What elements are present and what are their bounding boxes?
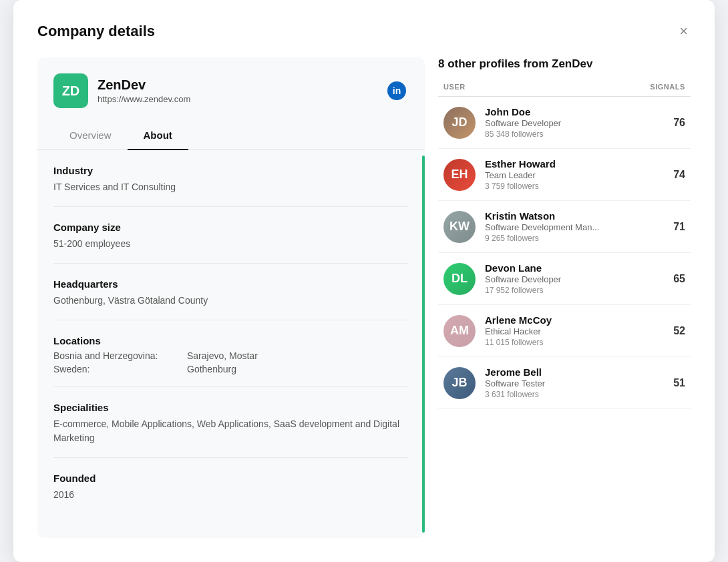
- profile-followers: 85 348 followers: [485, 129, 561, 139]
- location-val-1: Gothenburg: [187, 364, 236, 374]
- avatar: AM: [443, 315, 476, 347]
- profile-role: Ethical Hacker: [485, 326, 552, 336]
- about-content: Industry IT Services and IT Consulting C…: [37, 150, 425, 538]
- headquarters-value: Gothenburg, Västra Götaland County: [53, 294, 409, 308]
- founded-title: Founded: [53, 473, 409, 484]
- avatar: EH: [443, 159, 476, 191]
- profile-left: EH Esther Howard Team Leader 3 759 follo…: [443, 158, 556, 191]
- profile-row[interactable]: JB Jerome Bell Software Tester 3 631 fol…: [438, 357, 691, 409]
- modal-body: ZD ZenDev https://www.zendev.com in Over…: [37, 57, 691, 538]
- location-key-1: Sweden:: [53, 364, 187, 374]
- company-details-modal: Company details × ZD ZenDev https://www.…: [13, 0, 715, 562]
- profile-followers: 3 631 followers: [485, 390, 545, 399]
- profile-role: Team Leader: [485, 170, 556, 180]
- profile-info: John Doe Software Developer 85 348 follo…: [485, 106, 561, 139]
- profiles-list: JD John Doe Software Developer 85 348 fo…: [438, 97, 691, 409]
- profile-name: Kristin Watson: [485, 210, 599, 222]
- close-button[interactable]: ×: [677, 21, 691, 41]
- profile-row[interactable]: DL Devon Lane Software Developer 17 952 …: [438, 253, 691, 305]
- col-user-label: USER: [443, 83, 466, 91]
- locations-title: Locations: [53, 335, 409, 346]
- signal-value: 71: [667, 221, 685, 233]
- profile-role: Software Tester: [485, 378, 545, 388]
- avatar: JD: [443, 107, 476, 139]
- profile-left: AM Arlene McCoy Ethical Hacker 11 015 fo…: [443, 314, 552, 347]
- location-row-0: Bosnia and Herzegovina: Sarajevo, Mostar: [53, 350, 409, 361]
- company-size-value: 51-200 employees: [53, 237, 409, 251]
- founded-value: 2016: [53, 488, 409, 502]
- location-key-0: Bosnia and Herzegovina:: [53, 350, 187, 361]
- linkedin-badge[interactable]: in: [387, 81, 406, 100]
- profile-info: Arlene McCoy Ethical Hacker 11 015 follo…: [485, 314, 552, 347]
- profile-role: Software Development Man...: [485, 222, 599, 232]
- profile-name: Esther Howard: [485, 158, 556, 170]
- headquarters-title: Headquarters: [53, 278, 409, 290]
- signal-value: 65: [667, 273, 685, 285]
- tab-about[interactable]: About: [128, 121, 188, 150]
- profile-role: Software Developer: [485, 118, 561, 128]
- profile-info: Esther Howard Team Leader 3 759 follower…: [485, 158, 556, 191]
- profile-left: JB Jerome Bell Software Tester 3 631 fol…: [443, 366, 545, 399]
- left-panel: ZD ZenDev https://www.zendev.com in Over…: [37, 57, 425, 538]
- modal-title: Company details: [37, 23, 155, 40]
- company-size-section: Company size 51-200 employees: [53, 207, 409, 264]
- signal-value: 52: [667, 325, 685, 337]
- tab-overview[interactable]: Overview: [53, 121, 128, 150]
- col-signals-label: SIGNALS: [650, 83, 685, 91]
- right-panel: 8 other profiles from ZenDev USER SIGNAL…: [438, 57, 691, 538]
- profile-followers: 17 952 followers: [485, 286, 561, 295]
- profile-name: Arlene McCoy: [485, 314, 552, 326]
- profile-row[interactable]: JD John Doe Software Developer 85 348 fo…: [438, 97, 691, 149]
- profile-followers: 3 759 followers: [485, 182, 556, 191]
- profile-left: DL Devon Lane Software Developer 17 952 …: [443, 262, 561, 295]
- profile-info: Kristin Watson Software Development Man.…: [485, 210, 599, 243]
- profile-info: Jerome Bell Software Tester 3 631 follow…: [485, 366, 545, 399]
- locations-section: Locations Bosnia and Herzegovina: Saraje…: [53, 320, 409, 387]
- profile-name: John Doe: [485, 106, 561, 117]
- profile-followers: 11 015 followers: [485, 338, 552, 347]
- headquarters-section: Headquarters Gothenburg, Västra Götaland…: [53, 264, 409, 320]
- company-name: ZenDev: [98, 77, 190, 93]
- signal-value: 51: [667, 377, 685, 389]
- profiles-table-header: USER SIGNALS: [438, 83, 691, 97]
- specialities-section: Specialities E-commerce, Mobile Applicat…: [53, 387, 409, 458]
- company-size-title: Company size: [53, 222, 409, 233]
- right-panel-title: 8 other profiles from ZenDev: [438, 57, 691, 71]
- signal-value: 74: [667, 169, 685, 181]
- profile-row[interactable]: EH Esther Howard Team Leader 3 759 follo…: [438, 149, 691, 201]
- locations-grid: Bosnia and Herzegovina: Sarajevo, Mostar…: [53, 350, 409, 374]
- profile-info: Devon Lane Software Developer 17 952 fol…: [485, 262, 561, 295]
- profile-row[interactable]: KW Kristin Watson Software Development M…: [438, 201, 691, 253]
- profile-left: JD John Doe Software Developer 85 348 fo…: [443, 106, 561, 139]
- profile-left: KW Kristin Watson Software Development M…: [443, 210, 599, 243]
- company-info: ZenDev https://www.zendev.com: [98, 77, 190, 104]
- company-logo: ZD: [53, 73, 88, 108]
- avatar: DL: [443, 263, 476, 295]
- specialities-title: Specialities: [53, 402, 409, 413]
- company-logo-area: ZD ZenDev https://www.zendev.com: [53, 73, 190, 108]
- signal-value: 76: [667, 117, 685, 129]
- industry-title: Industry: [53, 165, 409, 176]
- company-url[interactable]: https://www.zendev.com: [98, 94, 190, 104]
- profile-name: Devon Lane: [485, 262, 561, 274]
- avatar: KW: [443, 211, 476, 243]
- company-header: ZD ZenDev https://www.zendev.com in: [37, 57, 425, 121]
- specialities-value: E-commerce, Mobile Applications, Web App…: [53, 417, 409, 445]
- profile-role: Software Developer: [485, 274, 561, 284]
- location-row-1: Sweden: Gothenburg: [53, 364, 409, 374]
- founded-section: Founded 2016: [53, 458, 409, 514]
- modal-header: Company details ×: [37, 21, 691, 41]
- profile-name: Jerome Bell: [485, 366, 545, 378]
- industry-section: Industry IT Services and IT Consulting: [53, 150, 409, 207]
- profile-followers: 9 265 followers: [485, 234, 599, 243]
- avatar: JB: [443, 367, 476, 399]
- scroll-indicator: [422, 156, 425, 533]
- location-val-0: Sarajevo, Mostar: [187, 350, 258, 361]
- profile-row[interactable]: AM Arlene McCoy Ethical Hacker 11 015 fo…: [438, 305, 691, 357]
- tab-bar: Overview About: [37, 121, 425, 150]
- industry-value: IT Services and IT Consulting: [53, 180, 409, 194]
